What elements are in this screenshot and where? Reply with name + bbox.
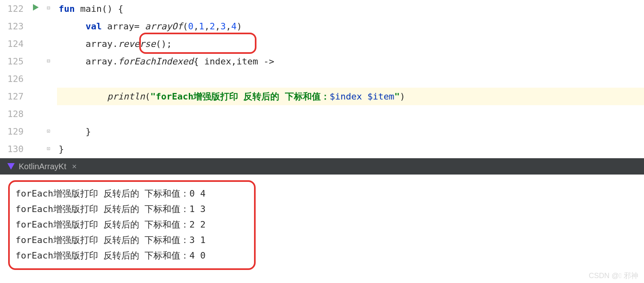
- code-line[interactable]: array.forEachIndexed{ index,item ->: [57, 53, 644, 70]
- fold-gutter: ⊟ ⊟ ⊡ ⊡: [45, 0, 57, 158]
- string-template: $item: [367, 91, 394, 102]
- console-line: forEach增强版打印 反转后的 下标和值：4 0: [15, 248, 248, 263]
- kotlin-icon: [7, 163, 15, 170]
- code-line-highlighted[interactable]: println("forEach增强版打印 反转后的 下标和值：$index $…: [57, 88, 644, 105]
- console-line: forEach增强版打印 反转后的 下标和值：3 1: [15, 232, 248, 248]
- line-number: 129: [0, 123, 24, 140]
- number: 3: [220, 21, 226, 31]
- number: 1: [199, 21, 204, 31]
- code-line[interactable]: [57, 70, 644, 88]
- keyword-val: val: [85, 21, 102, 31]
- run-icon[interactable]: [32, 3, 40, 13]
- line-number: 127: [0, 88, 24, 105]
- run-tab-bar: KotlinArrayKt ×: [0, 158, 644, 175]
- keyword-fun: fun: [59, 4, 75, 14]
- fn-foreachindexed: forEachIndexed: [118, 56, 193, 66]
- string-quote: ": [150, 91, 156, 102]
- output-highlight-box: forEach增强版打印 反转后的 下标和值：0 4 forEach增强版打印 …: [8, 180, 256, 270]
- console-line: forEach增强版打印 反转后的 下标和值：0 4: [15, 186, 248, 201]
- code-line[interactable]: }: [57, 123, 644, 140]
- brace: }: [59, 144, 64, 154]
- line-number: 123: [0, 18, 24, 35]
- number: 2: [210, 21, 215, 31]
- code-text: array=: [102, 21, 145, 31]
- line-number: 128: [0, 105, 24, 123]
- watermark: CSDN @⃝ 邪神: [589, 271, 638, 281]
- code-line[interactable]: val array= arrayOf(0,1,2,3,4): [57, 18, 644, 35]
- string-quote: ": [394, 91, 400, 102]
- lambda-header: { index,item ->: [193, 56, 274, 66]
- line-number-gutter: 122 123 124 125 126 127 128 129 130: [0, 0, 28, 158]
- code-line[interactable]: fun main() {: [57, 0, 644, 18]
- comma: ,: [193, 21, 199, 31]
- code-editor[interactable]: 122 123 124 125 126 127 128 129 130 ⊟ ⊟ …: [0, 0, 644, 158]
- line-number: 130: [0, 140, 24, 158]
- line-number: 122: [0, 0, 24, 18]
- line-number: 126: [0, 70, 24, 88]
- fold-close-icon[interactable]: ⊡: [46, 146, 51, 151]
- comma: ,: [226, 21, 231, 31]
- brace: }: [85, 126, 91, 137]
- string-literal: forEach增强版打印 反转后的 下标和值：: [156, 91, 329, 102]
- code-line[interactable]: [57, 105, 644, 123]
- fn-reverse: reverse: [118, 39, 156, 49]
- console-line: forEach增强版打印 反转后的 下标和值：1 3: [15, 201, 248, 217]
- paren: ): [237, 21, 242, 31]
- fn-arrayof: arrayOf: [145, 21, 183, 31]
- comma: ,: [204, 21, 210, 31]
- line-number: 124: [0, 35, 24, 53]
- console-output[interactable]: forEach增强版打印 反转后的 下标和值：0 4 forEach增强版打印 …: [0, 175, 644, 283]
- code-line[interactable]: array.reverse();: [57, 35, 644, 53]
- number: 4: [231, 21, 237, 31]
- fold-close-icon[interactable]: ⊡: [46, 128, 51, 134]
- fold-open-icon[interactable]: ⊟: [46, 58, 51, 64]
- line-number: 125: [0, 53, 24, 70]
- comma: ,: [215, 21, 220, 31]
- paren: (: [145, 91, 150, 102]
- number: 0: [188, 21, 193, 31]
- code-text: ();: [156, 39, 172, 49]
- string-literal: [362, 91, 367, 102]
- run-gutter: [28, 0, 45, 158]
- paren: ): [400, 91, 405, 102]
- console-line: forEach增强版打印 反转后的 下标和值：2 2: [15, 217, 248, 232]
- close-icon[interactable]: ×: [72, 162, 77, 171]
- fn-println: println: [107, 91, 145, 102]
- run-tab-title[interactable]: KotlinArrayKt: [19, 162, 66, 171]
- paren: (: [183, 21, 188, 31]
- code-area[interactable]: fun main() { val array= arrayOf(0,1,2,3,…: [57, 0, 644, 158]
- code-text: main() {: [75, 4, 123, 14]
- svg-marker-0: [33, 4, 39, 11]
- fold-open-icon[interactable]: ⊟: [46, 5, 51, 11]
- code-line[interactable]: }: [57, 140, 644, 158]
- string-template: $index: [330, 91, 362, 102]
- code-text: array.: [85, 39, 118, 49]
- code-text: array.: [85, 56, 118, 66]
